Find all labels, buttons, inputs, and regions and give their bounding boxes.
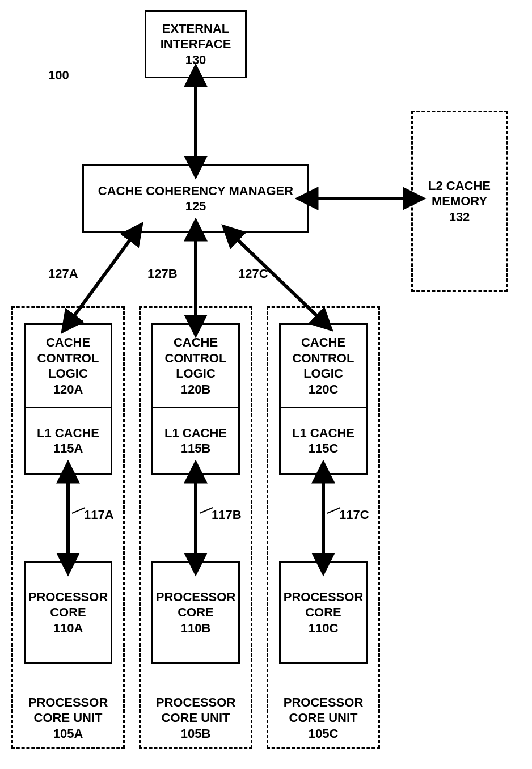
l1-cache-c-title: L1 CACHE bbox=[292, 425, 354, 441]
cache-control-c-box: CACHE CONTROL LOGIC 120C bbox=[279, 323, 368, 408]
l2-cache-box: L2 CACHE MEMORY 132 bbox=[411, 111, 508, 292]
processor-core-c-box: PROCESSOR CORE 110C bbox=[279, 561, 368, 664]
arrow-label-127a: 127A bbox=[48, 267, 78, 281]
external-interface-title: EXTERNAL INTERFACE bbox=[146, 21, 245, 52]
arrow-ccm-to-a bbox=[74, 239, 130, 316]
processor-core-b-ref: 110B bbox=[181, 620, 211, 636]
cache-coherency-manager-ref: 125 bbox=[185, 198, 206, 214]
processor-core-b-box: PROCESSOR CORE 110B bbox=[151, 561, 240, 664]
processor-core-c-ref: 110C bbox=[309, 620, 339, 636]
unit-c-title: PROCESSOR CORE UNIT bbox=[268, 695, 378, 726]
external-interface-ref: 130 bbox=[185, 52, 206, 68]
l2-cache-title: L2 CACHE MEMORY bbox=[413, 178, 506, 209]
diagram-canvas: 100 EXTERNAL INTERFACE 130 CACHE COHEREN… bbox=[0, 0, 532, 769]
unit-a-title: PROCESSOR CORE UNIT bbox=[13, 695, 123, 726]
processor-core-c-title: PROCESSOR CORE bbox=[281, 589, 366, 620]
unit-b-ref: 105B bbox=[141, 726, 251, 742]
cache-control-b-title: CACHE CONTROL LOGIC bbox=[153, 335, 238, 382]
processor-core-a-ref: 110A bbox=[53, 620, 83, 636]
cache-control-c-ref: 120C bbox=[309, 382, 339, 398]
cache-control-a-box: CACHE CONTROL LOGIC 120A bbox=[24, 323, 112, 408]
l1-cache-c-box: L1 CACHE 115C bbox=[279, 407, 368, 475]
l1-cache-b-box: L1 CACHE 115B bbox=[151, 407, 240, 475]
cache-control-a-ref: 120A bbox=[53, 382, 83, 398]
cache-coherency-manager-box: CACHE COHERENCY MANAGER 125 bbox=[82, 164, 309, 233]
l1-cache-c-ref: 115C bbox=[309, 441, 339, 457]
l1-cache-b-ref: 115B bbox=[181, 441, 211, 457]
unit-b-title: PROCESSOR CORE UNIT bbox=[141, 695, 251, 726]
arrow-label-117a: 117A bbox=[84, 508, 114, 522]
l1-cache-b-title: L1 CACHE bbox=[164, 425, 227, 441]
unit-a-ref: 105A bbox=[13, 726, 123, 742]
cache-control-b-ref: 120B bbox=[181, 382, 211, 398]
cache-control-c-title: CACHE CONTROL LOGIC bbox=[281, 335, 366, 382]
cache-control-b-box: CACHE CONTROL LOGIC 120B bbox=[151, 323, 240, 408]
l2-cache-ref: 132 bbox=[449, 209, 470, 225]
arrow-label-127b: 127B bbox=[147, 267, 178, 281]
external-interface-box: EXTERNAL INTERFACE 130 bbox=[145, 10, 247, 78]
processor-core-a-box: PROCESSOR CORE 110A bbox=[24, 561, 112, 664]
arrow-label-117c: 117C bbox=[339, 508, 369, 522]
processor-unit-b-label: PROCESSOR CORE UNIT 105B bbox=[141, 695, 251, 742]
arrow-label-117b: 117B bbox=[212, 508, 242, 522]
processor-core-a-title: PROCESSOR CORE bbox=[26, 589, 111, 620]
diagram-id-label: 100 bbox=[48, 68, 69, 83]
unit-c-ref: 105C bbox=[268, 726, 378, 742]
l1-cache-a-title: L1 CACHE bbox=[37, 425, 99, 441]
cache-coherency-manager-title: CACHE COHERENCY MANAGER bbox=[98, 183, 293, 199]
l1-cache-a-box: L1 CACHE 115A bbox=[24, 407, 112, 475]
processor-unit-c-label: PROCESSOR CORE UNIT 105C bbox=[268, 695, 378, 742]
l1-cache-a-ref: 115A bbox=[53, 441, 83, 457]
arrow-label-127c: 127C bbox=[238, 267, 268, 281]
processor-unit-a-label: PROCESSOR CORE UNIT 105A bbox=[13, 695, 123, 742]
processor-core-b-title: PROCESSOR CORE bbox=[153, 589, 238, 620]
cache-control-a-title: CACHE CONTROL LOGIC bbox=[26, 335, 111, 382]
